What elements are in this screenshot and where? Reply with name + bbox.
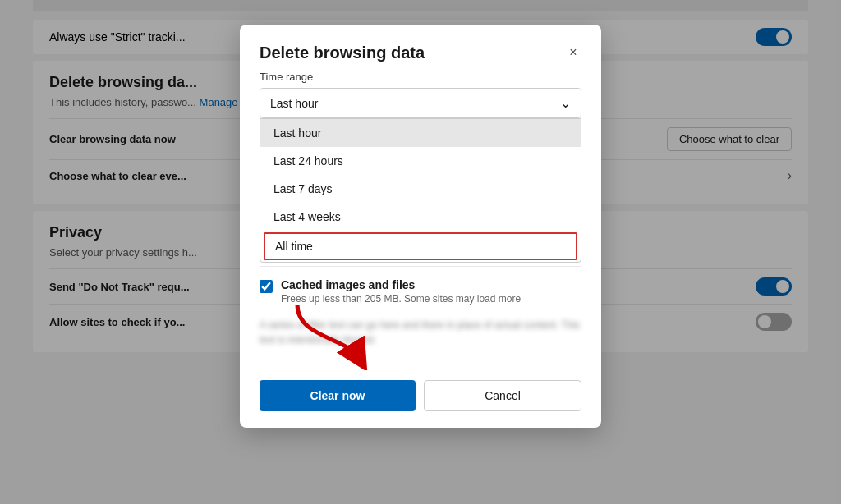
dialog-header: Delete browsing data × (240, 25, 601, 71)
dialog-title: Delete browsing data (260, 44, 425, 62)
delete-browsing-data-dialog: Delete browsing data × Time range Last h… (240, 25, 601, 428)
cached-images-label: Cached images and files (281, 278, 521, 291)
time-range-value: Last hour (270, 97, 318, 110)
dialog-body: Time range Last hour ⌄ Last hour Last 24… (240, 71, 601, 370)
time-range-select[interactable]: Last hour ⌄ (260, 88, 581, 118)
time-range-dropdown: Last hour Last 24 hours Last 7 days Last… (260, 118, 581, 263)
cancel-button[interactable]: Cancel (424, 380, 581, 411)
dropdown-item-24h[interactable]: Last 24 hours (260, 147, 581, 175)
dropdown-item-all-time[interactable]: All time (264, 232, 577, 260)
dropdown-item-4weeks[interactable]: Last 4 weeks (260, 203, 581, 231)
time-range-label: Time range (260, 71, 581, 83)
dialog-footer: Clear now Cancel (240, 370, 601, 428)
chevron-down-icon: ⌄ (560, 95, 571, 111)
cached-images-row: Cached images and files Frees up less th… (260, 266, 581, 311)
clear-now-button[interactable]: Clear now (260, 380, 416, 411)
close-button[interactable]: × (562, 41, 585, 64)
dropdown-item-last-hour[interactable]: Last hour (260, 119, 581, 147)
cached-images-text: Cached images and files Frees up less th… (281, 278, 521, 305)
cached-images-desc: Frees up less than 205 MB. Some sites ma… (281, 293, 521, 305)
blurred-content: A series of filler text can go here and … (260, 311, 581, 354)
cached-images-checkbox[interactable] (260, 280, 273, 293)
dropdown-item-7days[interactable]: Last 7 days (260, 175, 581, 203)
modal-overlay: Delete browsing data × Time range Last h… (0, 0, 841, 504)
